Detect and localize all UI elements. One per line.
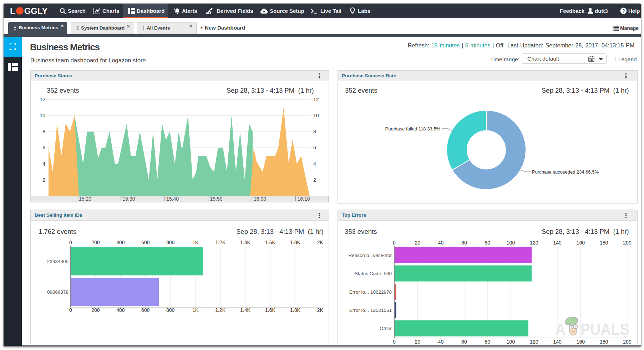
svg-text:4: 4 [313,161,316,167]
svg-text:Purchase succeeded 234 66.5%: Purchase succeeded 234 66.5% [532,169,599,175]
svg-text:600: 600 [141,240,150,245]
svg-text:1.6K: 1.6K [265,240,275,245]
svg-text:2K: 2K [317,240,324,245]
svg-text:120: 120 [530,240,538,246]
svg-text:600: 600 [141,307,150,313]
svg-text:180: 180 [600,339,608,345]
svg-text:16:00: 16:00 [254,196,266,202]
svg-text:12: 12 [40,97,45,102]
svg-text:1.6K: 1.6K [265,307,275,313]
svg-text:200: 200 [91,240,100,245]
svg-text:15:20: 15:20 [79,196,91,202]
svg-text:160: 160 [577,339,585,345]
svg-text:100: 100 [507,240,515,246]
svg-text:1K: 1K [192,240,199,245]
svg-text:1.8K: 1.8K [290,307,300,313]
svg-text:80: 80 [485,240,490,246]
svg-text:40: 40 [438,240,444,246]
svg-text:8: 8 [42,129,45,134]
svg-text:120: 120 [530,339,538,345]
svg-text:1.4K: 1.4K [240,307,250,313]
svg-text:Other: Other [380,326,392,331]
svg-text:180: 180 [600,240,608,246]
svg-text:2K: 2K [317,307,324,313]
svg-text:Error lo... 10622978: Error lo... 10622978 [349,289,392,295]
svg-text:80: 80 [485,339,490,345]
svg-text:20: 20 [415,339,421,345]
svg-text:400: 400 [116,307,125,313]
svg-text:140: 140 [553,240,562,246]
svg-text:15:30: 15:30 [123,196,135,202]
svg-text:23434300: 23434300 [47,259,69,264]
svg-text:160: 160 [577,240,585,246]
svg-text:1.4K: 1.4K [240,240,250,245]
svg-text:1.2K: 1.2K [215,307,225,313]
svg-text:8: 8 [313,129,316,134]
svg-text:Reason p...ver Error: Reason p...ver Error [348,253,392,258]
svg-text:2: 2 [42,177,45,183]
svg-text:6: 6 [313,145,316,150]
svg-text:1K: 1K [192,307,199,313]
svg-text:Error lo... 12521561: Error lo... 12521561 [349,308,392,313]
svg-text:0: 0 [393,339,396,345]
svg-text:0: 0 [393,240,396,246]
svg-text:40: 40 [438,339,444,345]
svg-text:100: 100 [507,339,515,345]
svg-text:15:40: 15:40 [166,196,179,202]
svg-text:20: 20 [415,240,421,246]
svg-text:1.8K: 1.8K [290,240,300,245]
svg-text:800: 800 [166,307,175,313]
svg-text:1.2K: 1.2K [215,240,225,245]
svg-text:0: 0 [69,240,72,245]
svg-text:60: 60 [461,240,467,246]
svg-text:Purchase failed 118 33.5%: Purchase failed 118 33.5% [385,126,441,132]
svg-text:10: 10 [313,113,319,118]
svg-text:200: 200 [623,339,632,345]
svg-text:60: 60 [461,339,467,345]
svg-text:4: 4 [42,161,45,167]
svg-text:200: 200 [623,240,632,246]
svg-text:800: 800 [166,240,175,245]
svg-text:?: ? [622,8,625,14]
svg-text:09869878: 09869878 [47,289,69,295]
svg-text:0: 0 [69,307,72,313]
svg-text:200: 200 [91,307,100,313]
svg-text:2: 2 [313,177,316,183]
svg-text:6: 6 [42,145,45,150]
svg-text:12: 12 [313,97,319,102]
svg-text:140: 140 [553,339,562,345]
svg-text:Status Code: 500: Status Code: 500 [355,271,392,276]
svg-text:15:50: 15:50 [210,196,223,202]
svg-text:400: 400 [116,240,125,245]
svg-text:16:10: 16:10 [298,196,310,202]
svg-text:10: 10 [40,113,45,118]
